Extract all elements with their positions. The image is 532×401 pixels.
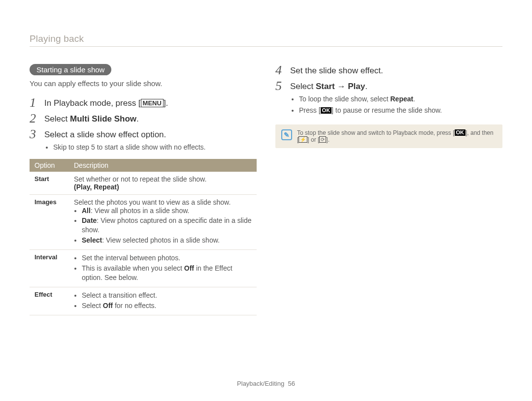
- step-number: 3: [30, 128, 38, 141]
- t-bold: Multi Slide Show: [70, 114, 136, 123]
- step-text: Select a slide show effect option.: [44, 130, 257, 140]
- option-name: Interval: [30, 250, 69, 287]
- t: Press [: [299, 106, 321, 114]
- bullet: Select Off for no effects.: [82, 301, 252, 310]
- step-text: Set the slide show effect.: [290, 66, 502, 76]
- t: .: [136, 114, 139, 123]
- bullet: Date: View photos captured on a specific…: [82, 216, 252, 235]
- ok-icon: OK: [455, 129, 466, 136]
- bullet: This is available when you select Off in…: [82, 264, 252, 282]
- step-5: 5 Select Start → Play. To loop the slide…: [275, 80, 502, 117]
- t: .: [365, 82, 367, 91]
- desc-bold: (Play, Repeat): [74, 183, 119, 191]
- bullet: All: View all photos in a slide show.: [82, 206, 252, 216]
- b: Off: [103, 302, 113, 309]
- ok-icon: OK: [321, 107, 332, 114]
- menu-icon: MENU: [141, 99, 164, 107]
- option-desc: Select a transition effect. Select Off f…: [69, 287, 257, 315]
- option-desc: Set the interval between photos. This is…: [69, 250, 257, 287]
- step-text: Select Start → Play.: [290, 82, 502, 92]
- bullet: To loop the slide show, select Repeat.: [299, 94, 502, 104]
- desc-line: Set whether or not to repeat the slide s…: [74, 175, 206, 183]
- t: Select: [290, 82, 316, 91]
- option-name: Effect: [30, 287, 69, 315]
- step-number: 4: [275, 64, 284, 77]
- page-body: Starting a slide show You can apply effe…: [0, 0, 532, 330]
- right-column: 4 Set the slide show effect. 5 Select St…: [275, 64, 502, 315]
- page-footer: Playback/Editing 56: [0, 380, 532, 387]
- option-name: Images: [30, 194, 69, 250]
- t-bold: Start → Play: [316, 82, 365, 91]
- t: : View selected photos in a slide show.: [102, 236, 220, 244]
- step-number: 5: [275, 80, 284, 93]
- b: Repeat: [390, 95, 413, 103]
- step-text: In Playback mode, press [MENU].: [44, 98, 168, 108]
- bullet: Select a transition effect.: [82, 291, 252, 300]
- desc-lead: Select the photos you want to view as a …: [74, 198, 252, 206]
- t: To stop the slide show and switch to Pla…: [297, 129, 455, 136]
- step-2: 2 Select Multi Slide Show.: [30, 112, 257, 125]
- t: ].: [326, 136, 330, 143]
- left-column: Starting a slide show You can apply effe…: [30, 64, 257, 315]
- info-icon: ✎: [281, 129, 292, 140]
- b: All: [82, 207, 91, 215]
- options-table: Option Description Start Set whether or …: [30, 159, 257, 315]
- table-row: Interval Set the interval between photos…: [30, 250, 257, 287]
- t: ] or [: [307, 136, 319, 143]
- t: Select: [44, 114, 70, 123]
- t: : View photos captured on a specific dat…: [82, 216, 252, 234]
- header-divider: [30, 46, 502, 47]
- step-3: 3 Select a slide show effect option. Ski…: [30, 128, 257, 154]
- b: Off: [184, 264, 194, 272]
- option-name: Start: [30, 172, 69, 195]
- footer-page: 56: [288, 380, 295, 387]
- t: .: [413, 95, 415, 103]
- step-sub-bullets: To loop the slide show, select Repeat. P…: [299, 94, 502, 115]
- table-row: Images Select the photos you want to vie…: [30, 194, 257, 250]
- note-box: ✎ To stop the slide show and switch to P…: [275, 124, 502, 148]
- t: To loop the slide show, select: [299, 95, 390, 103]
- t: : View all photos in a slide show.: [91, 207, 190, 215]
- step-number: 1: [30, 96, 38, 109]
- step-sub-bullets: Skip to step 5 to start a slide show wit…: [53, 143, 257, 153]
- footer-section: Playback/Editing: [237, 380, 284, 387]
- step-text-pre: In Playback mode, press [: [44, 98, 141, 108]
- bullet: Select: View selected photos in a slide …: [82, 236, 252, 245]
- step-text: Select Multi Slide Show.: [44, 114, 139, 123]
- note-text: To stop the slide show and switch to Pla…: [297, 129, 497, 143]
- flash-icon: ⚡: [299, 136, 307, 143]
- bullet: Skip to step 5 to start a slide show wit…: [53, 143, 257, 153]
- t: ] to pause or resume the slide show.: [332, 106, 442, 114]
- b: Date: [82, 216, 97, 224]
- step-text-post: ].: [164, 98, 168, 108]
- step-number: 2: [30, 112, 38, 125]
- b: Select: [82, 236, 102, 244]
- breadcrumb: Playing back: [30, 33, 84, 44]
- option-desc: Select the photos you want to view as a …: [69, 194, 257, 250]
- bullet: Set the interval between photos.: [82, 253, 252, 263]
- th-option: Option: [30, 159, 69, 172]
- bullet: Press [OK] to pause or resume the slide …: [299, 106, 502, 116]
- step-4: 4 Set the slide show effect.: [275, 64, 502, 77]
- table-row: Effect Select a transition effect. Selec…: [30, 287, 257, 315]
- step-1: 1 In Playback mode, press [MENU].: [30, 96, 257, 109]
- intro-text: You can apply effects to your slide show…: [30, 79, 257, 88]
- option-desc: Set whether or not to repeat the slide s…: [69, 172, 257, 195]
- th-description: Description: [69, 159, 257, 172]
- timer-icon: ⟳: [319, 136, 326, 143]
- section-pill: Starting a slide show: [30, 64, 111, 75]
- table-row: Start Set whether or not to repeat the s…: [30, 172, 257, 195]
